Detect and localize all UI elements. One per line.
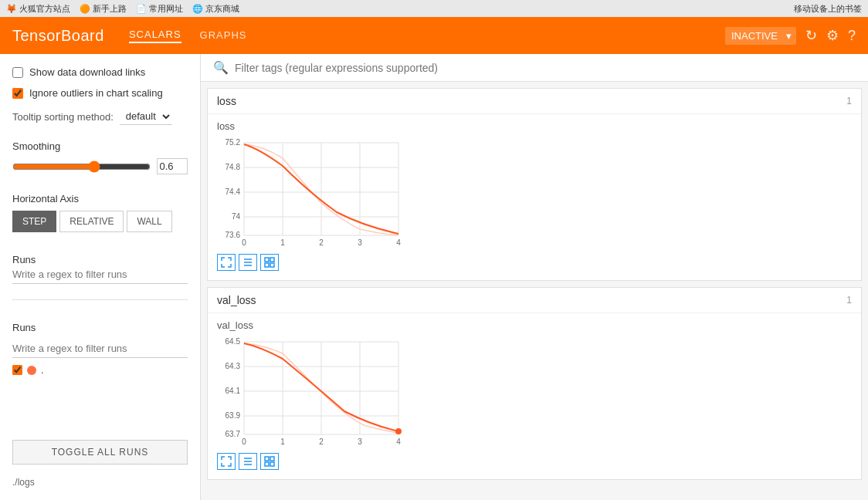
loss-chart-title: loss: [217, 95, 236, 107]
refresh-icon[interactable]: ↻: [805, 27, 817, 44]
svg-rect-25: [265, 263, 269, 267]
svg-rect-50: [265, 457, 269, 461]
ignore-outliers-checkbox[interactable]: [12, 88, 23, 99]
content-area: 🔍 loss 1 loss: [201, 54, 868, 500]
svg-text:64.1: 64.1: [225, 387, 241, 395]
search-input[interactable]: [235, 62, 856, 74]
tooltip-label: Tooltip sorting method:: [12, 111, 114, 123]
run-dot: [27, 366, 36, 375]
val-loss-chart-header: val_loss 1: [208, 288, 861, 313]
svg-text:1: 1: [280, 238, 285, 247]
browser-bar: 🦊 火狐官方站点 🟠 新手上路 📄 常用网址 🌐 京东商城 移动设备上的书签: [0, 0, 868, 17]
show-download-checkbox[interactable]: [12, 67, 23, 78]
svg-text:74: 74: [232, 212, 241, 221]
val-loss-chart-count: 1: [846, 295, 852, 306]
svg-rect-24: [270, 258, 274, 262]
svg-text:4: 4: [396, 438, 401, 446]
loss-chart-count: 1: [846, 96, 852, 106]
main-layout: Show data download links Ignore outliers…: [0, 54, 868, 500]
val-loss-chart-inner: val_loss 64.5 64.3 64.1: [208, 313, 861, 479]
runs-label-1: Runs: [12, 254, 188, 265]
jd-bookmark[interactable]: 🌐 京东商城: [192, 3, 239, 15]
svg-text:63.7: 63.7: [225, 430, 241, 438]
header-right: INACTIVE ▾ ↻ ⚙ ?: [725, 27, 856, 45]
val-loss-chart-toolbar: [217, 450, 852, 473]
loss-svg: 75.2 74.8 74.4 74 73.6 0 1 2 3 4: [217, 135, 410, 251]
search-icon: 🔍: [213, 60, 229, 75]
svg-text:3: 3: [358, 438, 362, 446]
svg-text:0: 0: [242, 438, 246, 446]
smoothing-row: [12, 158, 188, 174]
svg-text:0: 0: [242, 238, 246, 247]
val-loss-chart-section: val_loss 1 val_loss: [207, 287, 862, 480]
tooltip-select[interactable]: default: [120, 108, 172, 125]
loss-chart-toolbar: [217, 251, 852, 274]
ignore-outliers-label: Ignore outliers in chart scaling: [29, 87, 163, 99]
horiz-label: Horizontal Axis: [12, 193, 188, 204]
run-checkbox[interactable]: [12, 365, 22, 375]
loss-chart-section: loss 1 loss 75.2: [207, 88, 862, 281]
smoothing-slider[interactable]: [12, 160, 151, 173]
sidebar: Show data download links Ignore outliers…: [0, 54, 201, 500]
nav-scalars[interactable]: SCALARS: [129, 29, 181, 43]
loss-magic-button[interactable]: [260, 254, 279, 271]
help-icon[interactable]: ?: [848, 28, 856, 44]
loss-data-button[interactable]: [239, 254, 257, 271]
loss-chart-header: loss 1: [208, 89, 861, 114]
smoothing-label: Smoothing: [12, 140, 188, 152]
svg-text:63.9: 63.9: [225, 411, 241, 420]
svg-text:2: 2: [319, 438, 324, 446]
wall-button[interactable]: WALL: [127, 211, 171, 232]
smoothing-value-input[interactable]: [157, 158, 188, 174]
svg-text:74.4: 74.4: [225, 188, 241, 196]
tensorboard-header: TensorBoard SCALARS GRAPHS INACTIVE ▾ ↻ …: [0, 17, 868, 54]
run-item: .: [12, 364, 188, 376]
svg-rect-52: [265, 462, 269, 466]
nav-graphs[interactable]: GRAPHS: [200, 29, 247, 42]
horiz-buttons: STEP RELATIVE WALL: [12, 211, 188, 232]
loss-expand-button[interactable]: [217, 254, 236, 271]
svg-text:4: 4: [396, 238, 401, 247]
runs-section-1: Runs: [12, 248, 188, 284]
inactive-dropdown[interactable]: INACTIVE: [725, 27, 796, 45]
val-loss-subtitle: val_loss: [217, 319, 852, 331]
toggle-all-runs-button[interactable]: TOGGLE ALL RUNS: [12, 440, 188, 465]
svg-text:1: 1: [280, 438, 285, 446]
tooltip-row: Tooltip sorting method: default: [12, 108, 188, 125]
logs-label: ./logs: [12, 477, 188, 488]
runs-filter-2[interactable]: [12, 340, 188, 358]
endpoint-dot: [395, 428, 402, 434]
loss-subtitle: loss: [217, 120, 852, 132]
svg-text:2: 2: [319, 238, 324, 247]
val-loss-data-button[interactable]: [239, 453, 257, 470]
show-download-row: Show data download links: [12, 66, 188, 78]
show-download-label: Show data download links: [29, 66, 145, 78]
val-loss-expand-button[interactable]: [217, 453, 236, 470]
svg-text:74.8: 74.8: [225, 163, 241, 171]
svg-text:73.6: 73.6: [225, 231, 241, 239]
svg-text:3: 3: [358, 238, 362, 247]
relative-button[interactable]: RELATIVE: [59, 211, 124, 232]
runs-section-2: Runs .: [12, 316, 188, 376]
val-loss-magic-button[interactable]: [260, 453, 279, 470]
svg-text:75.2: 75.2: [225, 138, 241, 147]
runs-label-2: Runs: [12, 322, 188, 333]
step-button[interactable]: STEP: [12, 211, 56, 232]
svg-rect-23: [265, 258, 269, 262]
ignore-outliers-row: Ignore outliers in chart scaling: [12, 87, 188, 99]
val-loss-chart-title: val_loss: [217, 294, 256, 306]
firefox-bookmark[interactable]: 🦊 火狐官方站点: [6, 3, 70, 15]
runs-filter-1[interactable]: [12, 265, 188, 284]
svg-text:64.5: 64.5: [225, 337, 241, 346]
settings-icon[interactable]: ⚙: [826, 27, 839, 44]
loss-chart-inner: loss 75.2 74.8 74.4: [208, 114, 861, 280]
run-label: .: [41, 364, 44, 376]
common-bookmark[interactable]: 📄 常用网址: [136, 3, 183, 15]
tb-logo: TensorBoard: [12, 27, 104, 45]
val-loss-svg: 64.5 64.3 64.1 63.9 63.7 0 1 2 3 4: [217, 334, 410, 450]
mobile-bookmarks: 移动设备上的书签: [794, 3, 862, 15]
newbie-bookmark[interactable]: 🟠 新手上路: [80, 3, 127, 15]
smoothing-section: Smoothing: [12, 134, 188, 174]
horiz-axis-section: Horizontal Axis STEP RELATIVE WALL: [12, 187, 188, 232]
search-bar: 🔍: [201, 54, 868, 82]
